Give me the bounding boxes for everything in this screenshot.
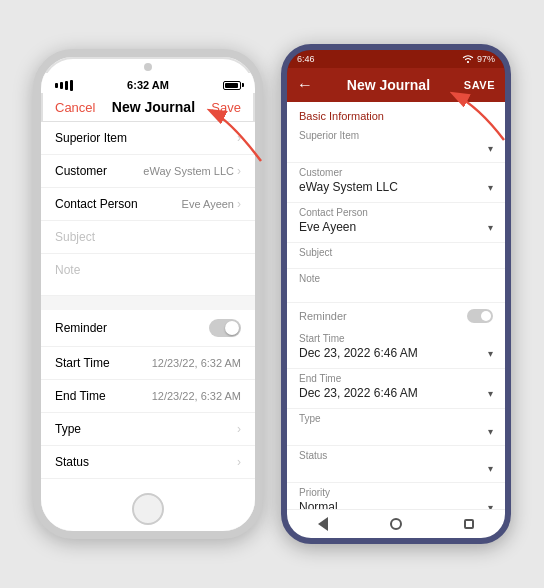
android-time: 6:46 [297, 54, 315, 64]
android-page-title: New Journal [347, 77, 430, 93]
android-save-button[interactable]: SAVE [464, 79, 495, 91]
ios-home-button[interactable] [132, 493, 164, 525]
android-field-priority[interactable]: Priority Normal ▾ [287, 483, 505, 509]
ios-save-button[interactable]: Save [211, 100, 241, 115]
dropdown-icon-5: ▾ [488, 388, 493, 399]
ios-label-customer: Customer [55, 164, 107, 178]
android-field-contact[interactable]: Contact Person Eve Ayeen ▾ [287, 203, 505, 243]
ios-label-superior: Superior Item [55, 131, 127, 145]
chevron-icon: › [237, 131, 241, 145]
android-field-note[interactable]: Note [287, 269, 505, 303]
ios-cancel-button[interactable]: Cancel [55, 100, 95, 115]
android-value-contact: Eve Ayeen ▾ [299, 220, 493, 234]
ios-placeholder-subject: Subject [55, 230, 95, 244]
signal-bar-2 [60, 82, 63, 89]
android-status-bar: 6:46 97% [287, 50, 505, 68]
signal-bar-3 [65, 81, 68, 90]
android-label-status: Status [299, 450, 493, 461]
android-row-reminder: Reminder [287, 303, 505, 329]
ios-row-superior[interactable]: Superior Item › [41, 122, 255, 155]
dropdown-icon-8: ▾ [488, 502, 493, 510]
android-back-button[interactable]: ← [297, 76, 313, 94]
android-label-note: Note [299, 273, 493, 284]
android-val-contact: Eve Ayeen [299, 220, 356, 234]
ios-label-contact: Contact Person [55, 197, 138, 211]
back-triangle-icon [318, 517, 328, 531]
ios-value-customer: eWay System LLC › [143, 164, 241, 178]
signal-bar-1 [55, 83, 58, 88]
dropdown-icon-4: ▾ [488, 348, 493, 359]
ios-row-starttime[interactable]: Start Time 12/23/22, 6:32 AM [41, 347, 255, 380]
android-value-status: ▾ [299, 463, 493, 474]
android-field-superior[interactable]: Superior Item ▾ [287, 126, 505, 163]
android-toggle-reminder[interactable] [467, 309, 493, 323]
android-val-starttime: Dec 23, 2022 6:46 AM [299, 346, 418, 360]
home-circle-icon [390, 518, 402, 530]
ios-row-type[interactable]: Type › [41, 413, 255, 446]
android-field-subject[interactable]: Subject [287, 243, 505, 269]
dropdown-icon-1: ▾ [488, 143, 493, 154]
android-label-starttime: Start Time [299, 333, 493, 344]
android-value-superior: ▾ [299, 143, 493, 154]
ios-toggle-reminder[interactable] [209, 319, 241, 337]
ios-phone-wrapper: 6:32 AM Cancel New Journal Save Superior… [33, 49, 263, 539]
android-field-type[interactable]: Type ▾ [287, 409, 505, 446]
android-label-priority: Priority [299, 487, 493, 498]
ios-home-area [41, 485, 255, 531]
ios-placeholder-note: Note [55, 263, 80, 277]
ios-label-reminder: Reminder [55, 321, 107, 335]
ios-value-starttime: 12/23/22, 6:32 AM [152, 357, 241, 369]
android-val-endtime: Dec 23, 2022 6:46 AM [299, 386, 418, 400]
chevron-icon-4: › [237, 422, 241, 436]
android-label-subject: Subject [299, 247, 493, 258]
android-value-customer: eWay System LLC ▾ [299, 180, 493, 194]
ios-camera [144, 63, 152, 71]
ios-row-contact[interactable]: Contact Person Eve Ayeen › [41, 188, 255, 221]
ios-battery-icon [223, 81, 241, 90]
ios-status-bar: 6:32 AM [41, 73, 255, 93]
phones-container: 6:32 AM Cancel New Journal Save Superior… [33, 44, 511, 544]
ios-section-2: Reminder Start Time 12/23/22, 6:32 AM En… [41, 310, 255, 485]
android-home-nav[interactable] [388, 516, 404, 532]
android-back-nav[interactable] [315, 516, 331, 532]
ios-label-type: Type [55, 422, 81, 436]
ios-row-customer[interactable]: Customer eWay System LLC › [41, 155, 255, 188]
ios-signal [55, 80, 73, 91]
ios-value-endtime: 12/23/22, 6:32 AM [152, 390, 241, 402]
android-val-customer: eWay System LLC [299, 180, 398, 194]
android-phone-wrapper: 6:46 97% ← New Journal SAVE [281, 44, 511, 544]
ios-battery-fill [225, 83, 238, 88]
ios-header: Cancel New Journal Save [41, 93, 255, 122]
dropdown-icon-7: ▾ [488, 463, 493, 474]
android-phone: 6:46 97% ← New Journal SAVE [281, 44, 511, 544]
android-label-superior: Superior Item [299, 130, 493, 141]
android-field-status[interactable]: Status ▾ [287, 446, 505, 483]
ios-time: 6:32 AM [127, 79, 169, 91]
chevron-icon-3: › [237, 197, 241, 211]
dropdown-icon-6: ▾ [488, 426, 493, 437]
android-field-starttime[interactable]: Start Time Dec 23, 2022 6:46 AM ▾ [287, 329, 505, 369]
ios-row-status[interactable]: Status › [41, 446, 255, 479]
ios-row-subject[interactable]: Subject [41, 221, 255, 254]
android-battery-text: 97% [477, 54, 495, 64]
android-label-endtime: End Time [299, 373, 493, 384]
ios-label-status: Status [55, 455, 89, 469]
android-status-right: 97% [462, 54, 495, 64]
android-val-priority: Normal [299, 500, 338, 509]
wifi-icon [462, 54, 474, 64]
ios-form-section: Superior Item › Customer eWay System LLC… [41, 122, 255, 296]
ios-battery-area [223, 81, 241, 90]
android-label-customer: Customer [299, 167, 493, 178]
ios-spacer-1 [41, 296, 255, 310]
android-recents-nav[interactable] [461, 516, 477, 532]
android-field-customer[interactable]: Customer eWay System LLC ▾ [287, 163, 505, 203]
ios-row-endtime[interactable]: End Time 12/23/22, 6:32 AM [41, 380, 255, 413]
ios-row-reminder: Reminder [41, 310, 255, 347]
android-field-endtime[interactable]: End Time Dec 23, 2022 6:46 AM ▾ [287, 369, 505, 409]
ios-row-note[interactable]: Note [41, 254, 255, 296]
ios-content: Superior Item › Customer eWay System LLC… [41, 122, 255, 485]
recents-square-icon [464, 519, 474, 529]
dropdown-icon-2: ▾ [488, 182, 493, 193]
ios-phone: 6:32 AM Cancel New Journal Save Superior… [33, 49, 263, 539]
ios-page-title: New Journal [112, 99, 195, 115]
